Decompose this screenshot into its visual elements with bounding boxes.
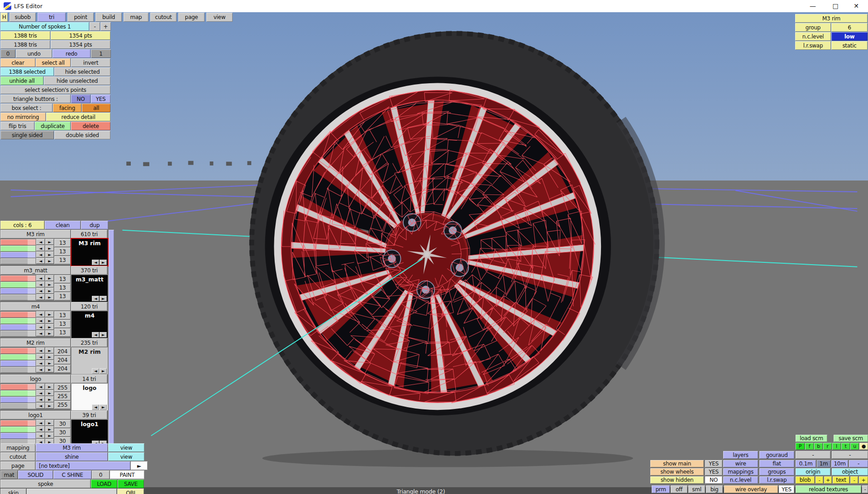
shading-minus-2[interactable]: - xyxy=(832,451,868,459)
mat-index[interactable]: 0 xyxy=(92,470,110,479)
right-arrow-0[interactable]: ► xyxy=(45,311,54,317)
wire-overlay-label[interactable]: wire overlay xyxy=(724,485,778,493)
right-arrow-0[interactable]: ► xyxy=(45,384,54,390)
obj-button[interactable]: OBJ xyxy=(117,489,144,494)
color-bar-3[interactable] xyxy=(0,258,36,264)
right-arrow-1[interactable]: ► xyxy=(45,281,54,287)
right-arrow-0[interactable]: ► xyxy=(45,275,54,281)
show-wheels-toggle[interactable]: YES xyxy=(705,468,722,475)
left-arrow-0[interactable]: ◄ xyxy=(36,347,45,353)
material-name[interactable]: logo1 xyxy=(0,411,71,419)
color-bar-0[interactable] xyxy=(0,239,36,245)
select-all-button[interactable]: select all xyxy=(36,58,71,67)
cutout-view-button[interactable]: view xyxy=(108,452,144,461)
material-value-2[interactable]: 13 xyxy=(54,292,71,300)
gouraud-button[interactable]: gouraud xyxy=(759,451,794,459)
object-info-value-2[interactable]: static xyxy=(831,41,868,50)
left-arrow-3[interactable]: ◄ xyxy=(36,294,45,300)
view-preset-t[interactable]: t xyxy=(841,443,850,450)
material-value-0[interactable]: 13 xyxy=(54,311,71,319)
tab-tri[interactable]: tri xyxy=(38,13,66,22)
left-arrow-2[interactable]: ◄ xyxy=(36,432,45,438)
lr-swap-button[interactable]: l.r.swap xyxy=(759,476,794,484)
left-arrow-2[interactable]: ◄ xyxy=(36,324,45,330)
right-arrow-2[interactable]: ► xyxy=(45,252,54,257)
dup-button[interactable]: dup xyxy=(81,221,108,229)
left-arrow-3[interactable]: ◄ xyxy=(36,330,45,336)
preview-next[interactable]: ► xyxy=(100,332,107,337)
text-minus[interactable]: - xyxy=(850,476,858,484)
left-arrow-1[interactable]: ◄ xyxy=(36,390,45,396)
material-name[interactable]: M2 rim xyxy=(0,338,71,347)
material-value-1[interactable]: 204 xyxy=(54,356,71,364)
flat-button[interactable]: flat xyxy=(759,460,794,467)
material-value-1[interactable]: 13 xyxy=(54,247,71,256)
save-button[interactable]: SAVE xyxy=(118,480,144,488)
preview-prev[interactable]: ◄ xyxy=(92,332,99,337)
mat-solid-button[interactable]: SOLID xyxy=(18,470,53,479)
color-bar-0[interactable] xyxy=(0,348,36,354)
color-bar-2[interactable] xyxy=(0,288,36,294)
color-bar-3[interactable] xyxy=(0,294,36,300)
preview-prev[interactable]: ◄ xyxy=(92,296,99,301)
triangle-buttons-yes[interactable]: YES xyxy=(91,95,110,103)
tab-map[interactable]: map xyxy=(124,13,148,22)
page-next-button[interactable]: ► xyxy=(131,461,148,470)
right-arrow-1[interactable]: ► xyxy=(45,318,54,323)
right-arrow-2[interactable]: ► xyxy=(45,396,54,402)
delete-button[interactable]: delete xyxy=(71,122,110,130)
material-value-2[interactable]: 255 xyxy=(54,401,71,409)
spokes-minus-button[interactable]: - xyxy=(90,22,100,31)
color-bar-1[interactable] xyxy=(0,354,36,360)
left-arrow-3[interactable]: ◄ xyxy=(36,366,45,372)
color-bar-2[interactable] xyxy=(0,433,36,439)
single-sided-button[interactable]: single sided xyxy=(0,131,54,139)
material-value-2[interactable]: 13 xyxy=(54,256,71,264)
object-info-value-0[interactable]: 6 xyxy=(831,23,868,32)
box-select-facing[interactable]: facing xyxy=(53,104,81,112)
left-arrow-0[interactable]: ◄ xyxy=(36,420,45,426)
color-bar-2[interactable] xyxy=(0,252,36,258)
text-button[interactable]: text xyxy=(833,476,849,484)
view-preset-f[interactable]: f xyxy=(805,443,814,450)
show-hidden-label[interactable]: show hidden xyxy=(650,476,704,484)
preview-prev[interactable]: ◄ xyxy=(92,404,99,410)
show-hidden-toggle[interactable]: NO xyxy=(705,476,722,484)
shading-minus[interactable]: - xyxy=(796,451,830,459)
color-bar-0[interactable] xyxy=(0,384,36,390)
preview-next[interactable]: ► xyxy=(100,368,107,374)
right-arrow-2[interactable]: ► xyxy=(45,432,54,438)
left-arrow-0[interactable]: ◄ xyxy=(36,311,45,317)
color-bar-2[interactable] xyxy=(0,361,36,366)
left-arrow-0[interactable]: ◄ xyxy=(36,384,45,390)
material-value-0[interactable]: 204 xyxy=(54,347,71,356)
material-preview-m3_matt[interactable]: m3_matt◄► xyxy=(72,275,108,302)
left-arrow-1[interactable]: ◄ xyxy=(36,426,45,432)
text-plus[interactable]: + xyxy=(859,476,868,484)
right-arrow-2[interactable]: ► xyxy=(45,288,54,294)
right-arrow-3[interactable]: ► xyxy=(45,294,54,300)
left-arrow-3[interactable]: ◄ xyxy=(36,403,45,408)
wire-button[interactable]: wire xyxy=(723,460,758,467)
right-arrow-0[interactable]: ► xyxy=(45,239,54,245)
clean-button[interactable]: clean xyxy=(45,221,81,229)
left-arrow-3[interactable]: ◄ xyxy=(36,258,45,264)
color-bar-3[interactable] xyxy=(0,367,36,373)
right-arrow-3[interactable]: ► xyxy=(45,258,54,264)
right-arrow-0[interactable]: ► xyxy=(45,420,54,426)
color-bar-2[interactable] xyxy=(0,324,36,330)
grid-10m[interactable]: 10m xyxy=(831,460,848,467)
reload-textures-button[interactable]: reload textures xyxy=(796,485,861,493)
material-value-2[interactable]: 13 xyxy=(54,328,71,337)
prm-big[interactable]: big xyxy=(706,485,723,493)
blob-plus[interactable]: + xyxy=(824,476,832,484)
page-value[interactable]: [no texture] xyxy=(36,461,130,470)
material-preview-m3-rim[interactable]: M3 rim◄► xyxy=(72,239,108,266)
right-arrow-3[interactable]: ► xyxy=(45,403,54,408)
reduce-detail-button[interactable]: reduce detail xyxy=(46,113,110,121)
grid-1m[interactable]: 1m xyxy=(817,460,830,467)
tab-build[interactable]: build xyxy=(95,13,122,22)
right-arrow-1[interactable]: ► xyxy=(45,390,54,396)
double-sided-button[interactable]: double sided xyxy=(54,131,110,139)
left-arrow-0[interactable]: ◄ xyxy=(36,275,45,281)
